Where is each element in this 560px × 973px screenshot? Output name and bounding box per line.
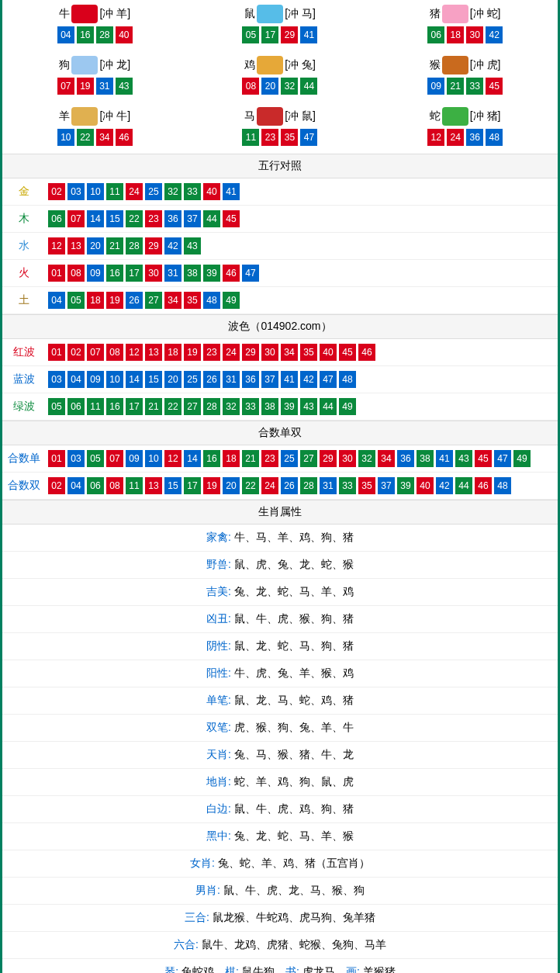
zodiac-name: 猪 (430, 7, 441, 21)
number-cell: 47 (242, 265, 259, 282)
attr-row: 双笔:虎、猴、狗、兔、羊、牛 (2, 715, 558, 742)
number-cell: 39 (203, 265, 220, 282)
zodiac-clash: [冲 牛] (99, 109, 130, 123)
number-cell: 05 (48, 398, 65, 415)
number-cell: 04 (67, 477, 85, 494)
number-cell: 19 (203, 477, 220, 494)
number-cell: 43 (184, 237, 201, 255)
kv-nums: 06071415222336374445 (45, 210, 240, 227)
attr-value: 鼠、龙、马、蛇、鸡、猪 (234, 694, 354, 706)
number-cell: 37 (378, 477, 395, 494)
attr-value: 兔、马、猴、猪、牛、龙 (234, 748, 354, 760)
number-cell: 49 (223, 292, 240, 309)
zodiac-icon (257, 56, 283, 74)
number-cell: 43 (300, 398, 317, 415)
number-cell: 21 (447, 78, 464, 95)
attr-row: 三合:鼠龙猴、牛蛇鸡、虎马狗、兔羊猪 (2, 905, 558, 932)
number-cell: 28 (126, 237, 143, 255)
number-cell: 32 (281, 78, 298, 95)
number-cell: 17 (184, 477, 201, 494)
attr-row: 单笔:鼠、龙、马、蛇、鸡、猪 (2, 687, 558, 715)
kv-row: 金02031011242532334041 (2, 178, 558, 206)
kv-nums: 1213202128294243 (45, 237, 201, 255)
number-cell: 46 (358, 344, 375, 361)
attr-label: 六合: (174, 938, 199, 950)
zodiac-cell: 蛇[冲 猪]12243648 (372, 102, 558, 154)
zodiac-clash: [冲 兔] (285, 58, 316, 72)
number-cell: 02 (67, 344, 85, 361)
zodiac-icon (442, 56, 468, 74)
number-cell: 42 (164, 237, 181, 255)
number-cell: 40 (320, 344, 337, 361)
number-row: 04162840 (2, 26, 188, 43)
zodiac-name: 牛 (59, 7, 70, 21)
zodiac-icon (71, 5, 98, 23)
number-cell: 18 (223, 450, 240, 467)
kv-label: 蓝波 (2, 372, 45, 386)
number-cell: 30 (261, 344, 278, 361)
kv-label: 火 (2, 266, 45, 280)
kv-nums: 0108091617303138394647 (45, 265, 259, 282)
number-cell: 30 (339, 450, 356, 467)
number-cell: 42 (300, 371, 317, 388)
bottom-value: 鼠牛狗 (242, 965, 275, 973)
attr-label: 吉美: (206, 585, 231, 597)
attr-label: 野兽: (206, 558, 231, 570)
attr-label: 白边: (206, 802, 231, 815)
bottom-label: 书: (285, 965, 299, 973)
number-cell: 11 (87, 398, 104, 415)
zodiac-cell: 猴[冲 虎]09213345 (372, 51, 558, 102)
number-cell: 20 (223, 477, 240, 494)
number-cell: 06 (427, 26, 444, 43)
number-cell: 14 (184, 450, 201, 467)
number-cell: 48 (486, 129, 503, 146)
number-cell: 01 (48, 450, 65, 467)
number-cell: 06 (67, 398, 85, 415)
wuxing-rows: 金02031011242532334041木060714152223363744… (2, 178, 558, 314)
heshu-rows: 合数单0103050709101214161821232527293032343… (2, 445, 558, 500)
zodiac-clash: [冲 龙] (99, 58, 130, 72)
number-cell: 22 (77, 129, 94, 146)
number-cell: 11 (126, 477, 143, 494)
attr-value: 牛、虎、兔、羊、猴、鸡 (234, 667, 354, 679)
header-wuxing: 五行对照 (2, 154, 558, 178)
number-cell: 22 (126, 210, 143, 227)
number-cell: 08 (67, 265, 85, 282)
attr-row: 阳性:牛、虎、兔、羊、猴、鸡 (2, 660, 558, 687)
number-cell: 43 (116, 78, 133, 95)
number-cell: 03 (67, 450, 85, 467)
number-cell: 20 (87, 237, 104, 255)
number-cell: 29 (145, 237, 162, 255)
bottom-label: 琴: (164, 965, 178, 973)
attr-value: 兔、蛇、羊、鸡、猪（五宫肖） (218, 857, 370, 869)
number-cell: 26 (203, 371, 220, 388)
attr-row: 吉美:兔、龙、蛇、马、羊、鸡 (2, 579, 558, 606)
number-cell: 01 (48, 265, 65, 282)
number-cell: 14 (126, 371, 143, 388)
number-cell: 11 (106, 183, 123, 200)
kv-nums: 04051819262734354849 (45, 292, 240, 309)
number-cell: 28 (300, 477, 317, 494)
kv-row: 合数双0204060811131517192022242628313335373… (2, 473, 558, 500)
attr-row: 黑中:兔、龙、蛇、马、羊、猴 (2, 823, 558, 850)
number-cell: 05 (67, 292, 85, 309)
zodiac-icon (71, 56, 98, 74)
number-cell: 39 (281, 398, 298, 415)
number-cell: 03 (67, 183, 85, 200)
attr-label: 黑中: (206, 829, 231, 842)
number-cell: 04 (67, 371, 85, 388)
bottom-line: 琴:兔蛇鸡 棋:鼠牛狗 书:虎龙马 画:羊猴猪 (2, 959, 558, 973)
number-cell: 08 (106, 477, 123, 494)
number-cell: 16 (106, 265, 123, 282)
zodiac-clash: [冲 羊] (99, 7, 130, 21)
number-cell: 21 (106, 237, 123, 255)
number-cell: 08 (242, 78, 259, 95)
kv-label: 水 (2, 239, 45, 253)
number-cell: 31 (164, 265, 181, 282)
attr-row: 白边:鼠、牛、虎、鸡、狗、猪 (2, 796, 558, 823)
number-cell: 12 (427, 129, 444, 146)
header-bose: 波色（014902.com） (2, 314, 558, 339)
number-cell: 36 (164, 210, 181, 227)
number-cell: 42 (486, 26, 503, 43)
attr-value: 牛、马、羊、鸡、狗、猪 (234, 531, 354, 543)
